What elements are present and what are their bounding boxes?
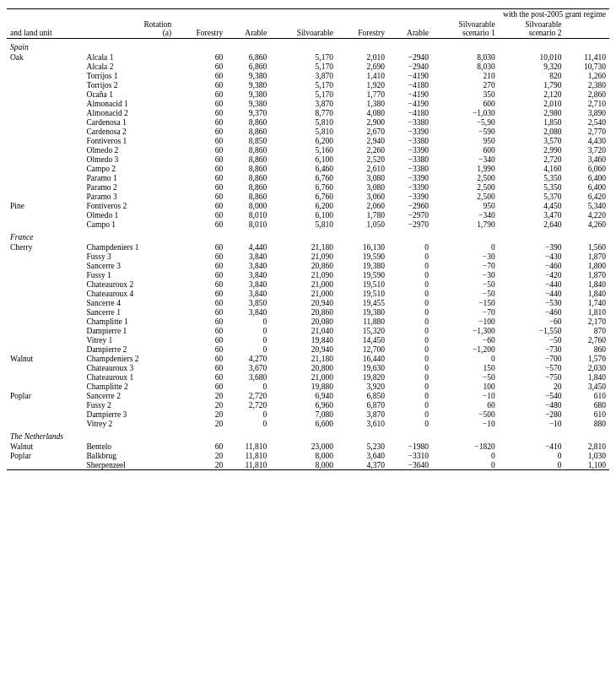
header-row-2: and land unit Rotation(a) Forestry Arabl… xyxy=(7,19,609,39)
table-row: Ocaña 1609,3805,1701,770−41903502,1202,8… xyxy=(7,89,609,99)
table-row: Vitrey 160019,84014,4500−60−502,760 xyxy=(7,335,609,344)
table-row: Torrijos 1609,3803,8701,410−41902108201,… xyxy=(7,71,609,80)
table-row: Almonacid 1609,3803,8701,380−41906002,01… xyxy=(7,99,609,108)
table-row: Olmedo 2608,8605,1602,260−33906002,9903,… xyxy=(7,145,609,155)
table-row: Sherpenzeel2011,8108,0004,370−3640001,10… xyxy=(7,460,609,470)
main-table: with the post-2005 grant regime and land… xyxy=(7,8,609,470)
table-row: Champlitte 260019,8803,9200100203,450 xyxy=(7,382,609,391)
table-row: Campo 2608,8606,4602,610−33801,9904,1606… xyxy=(7,164,609,173)
table-row: WalnutBentelo6011,81023,0005,230−1980−18… xyxy=(7,442,609,451)
col-header-grant-regime: with the post-2005 grant regime xyxy=(388,9,609,20)
table-row: Alcala 2606,8605,1702,690−29408,0309,320… xyxy=(7,62,609,71)
table-row: Dampierre 160021,04015,3200−1,300−1,5508… xyxy=(7,326,609,335)
col-header-arable1: Arable xyxy=(226,19,270,39)
table-row: Paramo 3608,8606,7603,060−33902,5005,370… xyxy=(7,192,609,201)
col-header-silvoarable1: Silvoarable xyxy=(270,19,337,39)
table-row: Chateauroux 3603,67020,80019,6300150−570… xyxy=(7,363,609,372)
col-header-blank-mid xyxy=(175,9,388,20)
table-row: Olmedo 3608,8606,1002,520−3380−3402,7203… xyxy=(7,155,609,164)
table-row: Chateauroux 2603,84021,00019,5100−50−440… xyxy=(7,279,609,289)
col-header-arable2: Arable xyxy=(388,19,432,39)
table-row: Paramo 2608,8606,7603,080−33902,5005,350… xyxy=(7,182,609,192)
table-row: Cardenosa 1608,8605,8102,900−3380−5,901,… xyxy=(7,117,609,127)
table-row: Chateauroux 4603,84021,00019,5100−50−440… xyxy=(7,289,609,298)
table-row: OakAlcala 1606,8605,1702,010−29408,03010… xyxy=(7,52,609,62)
table-row: CherryChampdeniers 1604,44021,18016,1300… xyxy=(7,242,609,252)
table-row: Fontiveros 1608,8506,2002,940−33809503,5… xyxy=(7,136,609,145)
table-row: PineFontiveros 2608,0006,2002,060−296095… xyxy=(7,201,609,210)
table-row: Fussy 3603,84021,09019,5900−30−4301,870 xyxy=(7,252,609,261)
header-row-1: with the post-2005 grant regime xyxy=(7,9,609,20)
col-header-forestry1: Forestry xyxy=(175,19,226,39)
table-row: Sancerre 4603,85020,94019,4550−150−5301,… xyxy=(7,298,609,307)
country-row: The Netherlands xyxy=(7,428,609,442)
col-header-land-unit xyxy=(7,9,175,20)
table-row: Chateauroux 1603,68021,00019,8200−50−750… xyxy=(7,372,609,382)
table-row: WalnutChampdeniers 2604,27021,18016,4400… xyxy=(7,354,609,363)
table-row: Dampierre 260020,94012,7000−1,200−730860 xyxy=(7,344,609,354)
table-row: Olmedo 1608,0106,1001,780−2970−3403,4704… xyxy=(7,210,609,220)
table-row: Campo 1608,0105,8101,050−29701,7902,6404… xyxy=(7,220,609,229)
col-header-rotation: Rotation(a) xyxy=(82,19,176,39)
col-header-forestry2: Forestry xyxy=(337,19,388,39)
table-row: Sancerre 3603,84020,86019,3800−70−4601,8… xyxy=(7,261,609,270)
table-row: PoplarBalkbrug2011,8108,0003,640−3310001… xyxy=(7,451,609,460)
table-row: Dampierre 32007,0803,8700−500−280610 xyxy=(7,410,609,419)
table-row: Fussy 2202,7206,9606,870060−480680 xyxy=(7,400,609,410)
col-header-silvoarable-s2: Silvoarablescenario 2 xyxy=(499,19,565,39)
table-row: Paramo 1608,8606,7603,080−33902,5005,350… xyxy=(7,173,609,182)
table-row: Torrijos 2609,3805,1701,920−41802701,790… xyxy=(7,80,609,89)
country-row: Spain xyxy=(7,39,609,53)
table-row: Champlitte 160020,08011,8800−100−602,170 xyxy=(7,317,609,326)
table-row: Vitrey 22006,6003,6100−10−10880 xyxy=(7,419,609,428)
country-row: France xyxy=(7,229,609,242)
table-row: Sancerre 1603,84020,86019,3800−70−4601,8… xyxy=(7,307,609,317)
col-header-silvoarable-s1: Silvoarablescenario 1 xyxy=(432,19,499,39)
table-row: Fussy 1603,84021,09019,5900−30−4201,870 xyxy=(7,270,609,279)
table-row: Cardenosa 2608,8605,8102,670−3390−5902,0… xyxy=(7,127,609,136)
table-row: Almonacid 2609,3708,7704,080−4180−1,0302… xyxy=(7,108,609,117)
col-header-land-unit-label: and land unit xyxy=(7,19,82,39)
table-row: PoplarSancerre 2202,7206,9406,8500−10−54… xyxy=(7,391,609,400)
